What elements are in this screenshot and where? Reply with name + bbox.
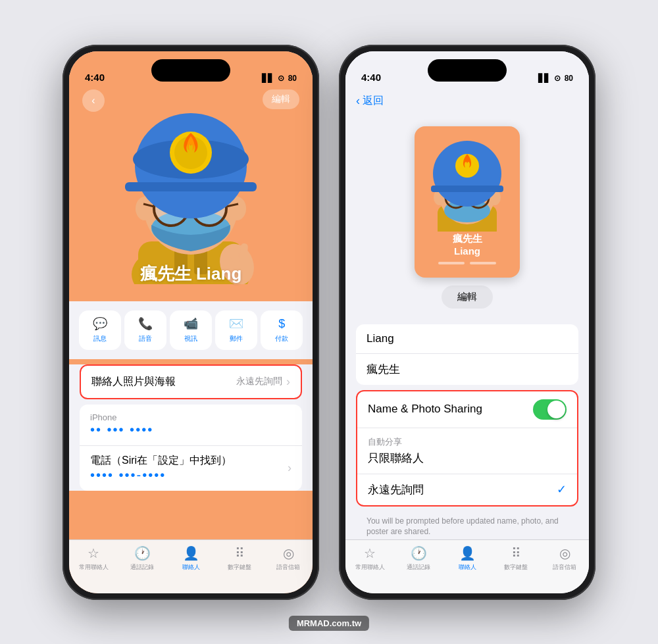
always-ask-row[interactable]: 永遠先詢問 ✓: [357, 474, 577, 505]
status-time-right: 4:40: [361, 72, 381, 83]
poster-line-2: [470, 262, 496, 264]
wifi-icon-right: ⊙: [554, 74, 561, 83]
tab-keypad-label-right: 數字鍵盤: [504, 563, 528, 572]
poster-name-text: 瘋先生 Liang: [453, 232, 482, 258]
tab-voicemail-label: 語音信箱: [276, 563, 300, 572]
contacts-icon-right: 👤: [459, 545, 476, 561]
action-message-label: 訊息: [93, 334, 107, 343]
keypad-icon-right: ⠿: [511, 545, 521, 561]
contacts-icon: 👤: [183, 545, 199, 561]
tab-contacts-label: 聯絡人: [182, 563, 200, 572]
poster-name2: Liang: [453, 245, 482, 258]
poster-decoration-lines: [438, 262, 496, 264]
tab-favorites[interactable]: ☆ 常用聯絡人: [74, 545, 113, 572]
tab-recents-right[interactable]: 🕐 通話記錄: [399, 545, 438, 572]
always-ask-row-top: 永遠先詢問 ✓: [368, 482, 567, 497]
contact-name-hero: 瘋先生 Liang: [69, 262, 313, 285]
mail-icon: ✉️: [229, 316, 243, 331]
tab-keypad-right[interactable]: ⠿ 數字鍵盤: [496, 545, 536, 572]
tab-recents[interactable]: 🕐 通話記錄: [122, 545, 162, 572]
name-sharing-toggle[interactable]: [533, 399, 567, 420]
action-message[interactable]: 💬 訊息: [79, 310, 121, 350]
siri-info: 電話（Siri在「設定」中找到） •••• •••-••••: [90, 454, 232, 483]
name-sharing-label: Name & Photo Sharing: [368, 403, 482, 416]
iphone-row: iPhone •• ••• ••••: [80, 405, 302, 446]
poster-preview-section: 瘋先生 Liang 編輯: [356, 116, 578, 319]
tab-voicemail[interactable]: ◎ 語音信箱: [268, 545, 308, 572]
right-nav-bar: ‹ 返回: [345, 87, 589, 116]
memoji-avatar: [112, 87, 270, 271]
tab-favorites-label: 常用聯絡人: [79, 563, 109, 572]
action-buttons-row: 💬 訊息 📞 語音 📹 視訊 ✉️ 郵件 $ 付款: [69, 301, 313, 359]
status-icons-left: ▋▋ ⊙ 80: [262, 74, 297, 83]
photo-poster-row[interactable]: 聯絡人照片與海報 永遠先詢問 ›: [80, 364, 302, 399]
voicemail-icon-right: ◎: [559, 545, 570, 561]
back-chevron-icon: ‹: [356, 94, 360, 108]
helper-text-block: You will be prompted before updated name…: [356, 512, 578, 539]
action-voice-label: 語音: [139, 334, 152, 343]
first-name-row: Liang: [356, 324, 578, 354]
auto-share-section: 自動分享 只限聯絡人: [357, 428, 577, 474]
back-link-right[interactable]: ‹ 返回: [356, 94, 384, 108]
recents-icon-right: 🕐: [411, 545, 427, 561]
tab-contacts-label-right: 聯絡人: [459, 563, 476, 572]
toggle-knob: [547, 401, 565, 418]
tab-recents-label-right: 通話記錄: [407, 563, 430, 572]
highlight-sub-text: 永遠先詢問: [236, 376, 282, 387]
highlight-right: 永遠先詢問 ›: [236, 375, 290, 389]
tab-contacts[interactable]: 👤 聯絡人: [171, 545, 211, 572]
svg-rect-22: [125, 182, 257, 191]
edit-button-right[interactable]: 編輯: [442, 285, 493, 309]
name-fields-card: Liang 瘋先生: [356, 324, 578, 385]
contacts-only-row[interactable]: 只限聯絡人: [368, 451, 567, 466]
status-icons-right: ▋▋ ⊙ 80: [538, 74, 573, 83]
action-pay-label: 付款: [275, 334, 288, 343]
tab-bar-right: ☆ 常用聯絡人 🕐 通話記錄 👤 聯絡人 ⠿ 數字鍵盤 ◎ 語音信箱: [345, 539, 589, 593]
favorites-icon: ☆: [88, 545, 99, 561]
dynamic-island-right: [428, 59, 507, 82]
recents-icon: 🕐: [134, 545, 151, 561]
svg-rect-39: [431, 186, 503, 192]
poster-line-1: [438, 262, 465, 264]
action-pay[interactable]: $ 付款: [261, 310, 303, 350]
action-video-label: 視訊: [184, 334, 197, 343]
battery-icon: 80: [288, 74, 297, 83]
highlight-arrow: ›: [286, 375, 290, 389]
right-screen: 4:40 ▋▋ ⊙ 80 ‹ 返回: [345, 51, 589, 593]
tab-favorites-label-right: 常用聯絡人: [355, 563, 385, 572]
phone-section-card: iPhone •• ••• •••• 電話（Siri在「設定」中找到） ••••…: [80, 405, 302, 491]
siri-arrow: ›: [288, 461, 291, 475]
tab-keypad-label: 數字鍵盤: [228, 563, 251, 572]
name-sharing-row-top: Name & Photo Sharing: [368, 399, 567, 420]
poster-memoji: [418, 126, 517, 232]
action-mail[interactable]: ✉️ 郵件: [215, 310, 257, 350]
back-button[interactable]: ‹: [82, 89, 105, 112]
dynamic-island-left: [151, 59, 230, 82]
contacts-only-label: 只限聯絡人: [368, 451, 424, 466]
left-screen: 4:40 ▋▋ ⊙ 80 ‹ 編輯: [69, 51, 313, 593]
action-voice[interactable]: 📞 語音: [124, 310, 166, 350]
siri-label: 電話（Siri在「設定」中找到）: [90, 454, 232, 468]
siri-value: •••• •••-••••: [90, 468, 232, 483]
siri-row[interactable]: 電話（Siri在「設定」中找到） •••• •••-•••• ›: [80, 446, 302, 491]
tab-recents-label: 通話記錄: [130, 563, 154, 572]
right-phone: 4:40 ▋▋ ⊙ 80 ‹ 返回: [339, 45, 595, 600]
name-photo-sharing-section: Name & Photo Sharing 自動分享 只限聯絡人: [356, 390, 578, 507]
tab-contacts-right[interactable]: 👤 聯絡人: [447, 545, 487, 572]
tab-voicemail-right[interactable]: ◎ 語音信箱: [545, 545, 584, 572]
name-sharing-toggle-row: Name & Photo Sharing: [357, 391, 577, 428]
voicemail-icon: ◎: [283, 545, 294, 561]
watermark-text: MRMAD.com.tw: [297, 618, 361, 628]
photo-poster-label: 聯絡人照片與海報: [91, 375, 176, 389]
contact-info-section: 聯絡人照片與海報 永遠先詢問 › iPhone •• ••• •••• 電話（S…: [69, 364, 313, 491]
keypad-icon: ⠿: [235, 545, 245, 561]
tab-keypad[interactable]: ⠿ 數字鍵盤: [220, 545, 259, 572]
action-mail-label: 郵件: [230, 334, 243, 343]
edit-button-left[interactable]: 編輯: [263, 89, 299, 109]
action-video[interactable]: 📹 視訊: [170, 310, 212, 350]
contact-hero: ‹ 編輯: [69, 51, 313, 301]
always-ask-label: 永遠先詢問: [368, 482, 424, 497]
tab-bar-left: ☆ 常用聯絡人 🕐 通話記錄 👤 聯絡人 ⠿ 數字鍵盤 ◎ 語音信箱: [69, 539, 313, 593]
status-time-left: 4:40: [85, 72, 105, 83]
tab-favorites-right[interactable]: ☆ 常用聯絡人: [350, 545, 390, 572]
